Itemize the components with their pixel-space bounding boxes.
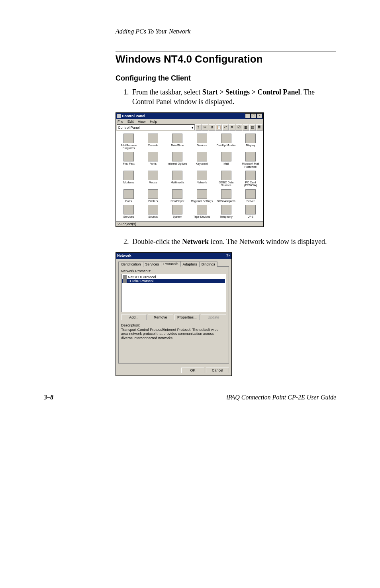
cp-icon-modems[interactable]: Modems [118,171,140,187]
cp-icon-scsi-adapters[interactable]: SCSI Adapters [215,189,237,203]
cp-icon-mouse[interactable]: Mouse [142,171,164,187]
control-panel-body: Add/Remove Programs Console Date/Time De… [116,131,263,222]
cp-icon-printers[interactable]: Printers [142,189,164,203]
network-window: Network ? × Identification Services Prot… [116,252,232,376]
remove-button[interactable]: Remove [148,315,173,320]
cp-icon-ports[interactable]: Ports [118,189,140,203]
menubar: File Edit View Help [116,119,263,124]
cp-icon-realplayer[interactable]: RealPlayer [166,189,188,203]
view-list-button[interactable]: ≣ [256,124,262,131]
cp-icon-server[interactable]: Server [239,189,262,203]
cp-icon-multimedia[interactable]: Multimedia [166,171,188,187]
view-small-button[interactable]: ▤ [249,124,256,131]
cp-icon-network[interactable]: Network [191,171,213,187]
window-icon [117,114,121,118]
tab-bindings[interactable]: Bindings [199,262,218,267]
cp-icon-ups[interactable]: UPS [239,205,262,218]
cp-icon-tape-devices[interactable]: Tape Devices [191,205,213,218]
tab-services[interactable]: Services [143,262,162,267]
description-text: Transport Control Protocol/Internet Prot… [121,327,226,346]
cp-icon-mail[interactable]: Mail [215,152,237,168]
menu-help[interactable]: Help [150,120,157,124]
cp-icon-dialup-monitor[interactable]: Dial-Up Monitor [215,134,237,150]
step-2: Double-click the Network icon. The Netwo… [123,237,336,246]
footer: 3–8 iPAQ Connection Point CP-2E User Gui… [44,394,336,401]
close-button[interactable]: × [228,254,230,258]
address-text: Control Panel [118,126,140,130]
close-button[interactable]: × [257,113,262,118]
tab-identification[interactable]: Identification [118,262,143,267]
titlebar: Control Panel _ □ × [116,113,263,119]
tab-protocols[interactable]: Protocols [161,261,181,267]
page-number: 3–8 [44,394,53,401]
header-rule [116,51,336,51]
menu-view[interactable]: View [138,120,145,124]
step-1-pre: From the taskbar, select [132,88,202,96]
tab-adapters[interactable]: Adapters [180,262,200,267]
cp-icon-add-remove-programs[interactable]: Add/Remove Programs [118,134,140,150]
list-item-netbeui[interactable]: NetBEUI Protocol [122,275,225,279]
description-label: Description: [121,323,226,327]
control-panel-window: Control Panel _ □ × File Edit View Help … [116,112,264,227]
list-item-tcpip[interactable]: TCP/IP Protocol [122,279,225,283]
cp-icon-odbc[interactable]: ODBC Data Sources [215,171,237,187]
status-bar: 29 object(s) [116,221,263,226]
menu-edit[interactable]: Edit [127,120,134,124]
ok-button[interactable]: OK [181,368,204,373]
cp-icon-services[interactable]: Services [118,205,140,218]
footer-guide: iPAQ Connection Point CP-2E User Guide [226,394,336,401]
network-title: Network [117,254,226,258]
protocol-icon [123,275,127,279]
view-large-button[interactable]: ▦ [243,124,249,131]
step-2-bold: Network [182,238,209,246]
properties-button[interactable]: ☑ [236,124,242,131]
protocol-icon [123,279,127,283]
footer-rule [44,392,336,392]
step-1: From the taskbar, select Start > Setting… [123,87,336,107]
paste-button[interactable]: 📋 [215,124,222,131]
cut-button[interactable]: ✂ [202,124,208,131]
toolbar: Control Panel ▾ ↥ ✂ ⧉ 📋 ↶ ✕ ☑ ▦ ▤ ≣ [116,124,263,131]
menu-file[interactable]: File [118,120,123,124]
running-header: Adding PCs To Your Network [116,28,336,35]
cp-icon-ms-mail-postoffice[interactable]: Microsoft Mail Postoffice [239,152,262,168]
cp-icon-devices[interactable]: Devices [191,134,213,150]
cp-icon-fonts[interactable]: Fonts [142,152,164,168]
protocols-label: Network Protocols: [121,269,226,273]
step-1-bold: Start > Settings > Control Panel [202,88,300,96]
cp-icon-display[interactable]: Display [239,134,262,150]
delete-button[interactable]: ✕ [229,124,235,131]
cp-icon-keyboard[interactable]: Keyboard [191,152,213,168]
cp-icon-regional-settings[interactable]: Regional Settings [191,189,213,203]
update-button: Update [201,315,226,320]
step-2-post: icon. The Network window is displayed. [209,238,327,246]
cp-icon-date-time[interactable]: Date/Time [166,134,188,150]
copy-button[interactable]: ⧉ [209,124,215,131]
minimize-button[interactable]: _ [245,113,251,118]
cancel-button[interactable]: Cancel [206,368,229,373]
undo-button[interactable]: ↶ [222,124,229,131]
protocols-panel: Network Protocols: NetBEUI Protocol TCP/… [118,266,229,364]
subsection-title: Configuring the Client [44,74,336,83]
figure-control-panel: Control Panel _ □ × File Edit View Help … [116,112,336,227]
step-2-pre: Double-click the [132,238,182,246]
cp-icon-sounds[interactable]: Sounds [142,205,164,218]
tabs: Identification Services Protocols Adapte… [118,261,229,267]
maximize-button[interactable]: □ [251,113,257,118]
figure-network-dialog: Network ? × Identification Services Prot… [116,252,336,376]
protocols-list[interactable]: NetBEUI Protocol TCP/IP Protocol [121,274,226,312]
section-title: Windows NT4.0 Configuration [44,53,336,65]
add-button[interactable]: Add... [121,315,147,320]
cp-icon-pc-card[interactable]: PC Card (PCMCIA) [239,171,262,187]
cp-icon-internet-options[interactable]: Internet Options [166,152,188,168]
network-titlebar: Network ? × [116,253,231,259]
cp-icon-system[interactable]: System [166,205,188,218]
properties-button[interactable]: Properties... [174,315,200,320]
cp-icon-console[interactable]: Console [142,134,164,150]
window-title: Control Panel [122,114,245,118]
address-bar[interactable]: Control Panel ▾ [117,124,195,130]
up-button[interactable]: ↥ [195,124,202,131]
cp-icon-telephony[interactable]: Telephony [215,205,237,218]
cp-icon-find-fast[interactable]: Find Fast [118,152,140,168]
